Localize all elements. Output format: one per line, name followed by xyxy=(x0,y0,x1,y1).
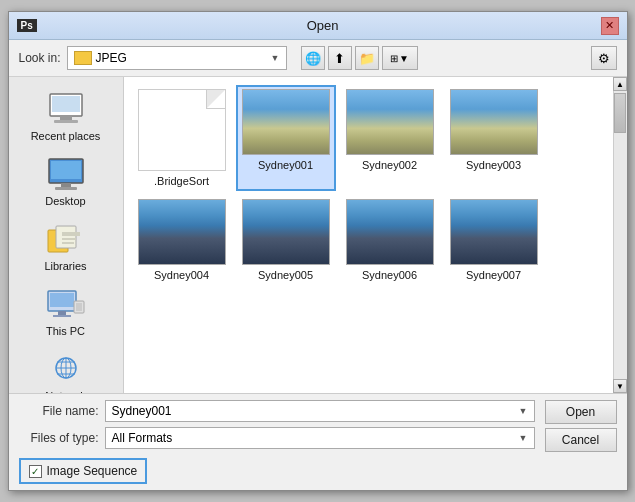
folder-icon xyxy=(74,51,92,65)
desktop-icon xyxy=(46,156,86,192)
file-name: Sydney003 xyxy=(466,159,521,171)
svg-rect-15 xyxy=(58,311,66,315)
lookin-label: Look in: xyxy=(19,51,61,65)
filetype-value: All Formats xyxy=(112,431,173,445)
file-thumbnail xyxy=(346,199,434,265)
dropdown-arrow-icon: ▼ xyxy=(399,53,409,64)
sidebar-item-libraries[interactable]: Libraries xyxy=(9,215,123,278)
filetype-input[interactable]: All Formats ▼ xyxy=(105,427,535,449)
file-name: .BridgeSort xyxy=(154,175,209,187)
list-item[interactable]: Sydney005 xyxy=(236,195,336,285)
form-buttons: Open Cancel xyxy=(545,400,617,452)
chevron-down-icon: ▼ xyxy=(271,53,280,63)
options-button[interactable]: ⚙ xyxy=(591,46,617,70)
cancel-button[interactable]: Cancel xyxy=(545,428,617,452)
list-item[interactable]: Sydney002 xyxy=(340,85,440,191)
sidebar-item-label: Desktop xyxy=(45,195,85,207)
file-name: Sydney005 xyxy=(258,269,313,281)
image-sequence-checkbox[interactable]: ✓ xyxy=(29,465,42,478)
sidebar: Recent places Desktop xyxy=(9,77,124,393)
file-thumbnail xyxy=(138,199,226,265)
scroll-track xyxy=(614,91,627,379)
ps-badge: Ps xyxy=(17,19,37,32)
filename-input[interactable]: Sydney001 ▼ xyxy=(105,400,535,422)
file-name: Sydney007 xyxy=(466,269,521,281)
forms: File name: Sydney001 ▼ Files of type: Al… xyxy=(19,400,535,454)
svg-rect-9 xyxy=(56,226,76,248)
recent-places-icon xyxy=(46,91,86,127)
file-name: Sydney004 xyxy=(154,269,209,281)
file-thumbnail xyxy=(138,89,226,171)
forms-and-buttons: File name: Sydney001 ▼ Files of type: Al… xyxy=(19,400,617,454)
open-button[interactable]: Open xyxy=(545,400,617,424)
file-area: .BridgeSort Sydney001 Sydney002 xyxy=(124,77,613,393)
dropdown-arrow-icon: ▼ xyxy=(519,406,528,416)
network-icon xyxy=(46,351,86,387)
filetype-row: Files of type: All Formats ▼ xyxy=(19,427,535,449)
svg-rect-14 xyxy=(50,293,74,307)
sidebar-item-recent-places[interactable]: Recent places xyxy=(9,85,123,148)
list-item[interactable]: Sydney007 xyxy=(444,195,544,285)
back-button[interactable]: 🌐 xyxy=(301,46,325,70)
view-button[interactable]: ⊞ ▼ xyxy=(382,46,418,70)
this-pc-icon xyxy=(46,286,86,322)
svg-rect-10 xyxy=(62,232,80,236)
file-name: Sydney001 xyxy=(258,159,313,171)
sidebar-item-this-pc[interactable]: This PC xyxy=(9,280,123,343)
svg-rect-6 xyxy=(61,183,71,187)
image-sequence-row[interactable]: ✓ Image Sequence xyxy=(19,458,148,484)
scroll-up-button[interactable]: ▲ xyxy=(613,77,627,91)
sidebar-item-network[interactable]: Network xyxy=(9,345,123,393)
dropdown-arrow-icon: ▼ xyxy=(519,433,528,443)
filename-value: Sydney001 xyxy=(112,404,172,418)
sidebar-item-label: This PC xyxy=(46,325,85,337)
lookin-dropdown[interactable]: JPEG ▼ xyxy=(67,46,287,70)
scroll-thumb[interactable] xyxy=(614,93,626,133)
close-button[interactable]: ✕ xyxy=(601,17,619,35)
lookin-value: JPEG xyxy=(96,51,267,65)
filetype-label: Files of type: xyxy=(19,431,99,445)
toolbar-buttons: 🌐 ⬆ 📁 ⊞ ▼ xyxy=(301,46,418,70)
file-name: Sydney002 xyxy=(362,159,417,171)
svg-rect-3 xyxy=(54,120,78,123)
file-thumbnail xyxy=(450,199,538,265)
file-name: Sydney006 xyxy=(362,269,417,281)
new-folder-button[interactable]: 📁 xyxy=(355,46,379,70)
sidebar-item-label: Libraries xyxy=(44,260,86,272)
file-thumbnail xyxy=(450,89,538,155)
svg-rect-18 xyxy=(76,303,82,311)
scroll-down-button[interactable]: ▼ xyxy=(613,379,627,393)
sidebar-item-desktop[interactable]: Desktop xyxy=(9,150,123,213)
title-bar: Ps Open ✕ xyxy=(9,12,627,40)
file-thumbnail xyxy=(242,199,330,265)
sidebar-item-label: Recent places xyxy=(31,130,101,142)
bottom-area: File name: Sydney001 ▼ Files of type: Al… xyxy=(9,393,627,490)
svg-rect-16 xyxy=(53,315,71,317)
main-area: Recent places Desktop xyxy=(9,77,627,393)
svg-rect-11 xyxy=(62,238,76,240)
up-button[interactable]: ⬆ xyxy=(328,46,352,70)
toolbar: Look in: JPEG ▼ 🌐 ⬆ 📁 ⊞ ▼ ⚙ xyxy=(9,40,627,77)
grid-icon: ⊞ xyxy=(390,53,398,64)
svg-rect-1 xyxy=(52,96,80,112)
open-dialog: Ps Open ✕ Look in: JPEG ▼ 🌐 ⬆ 📁 ⊞ ▼ ⚙ xyxy=(8,11,628,491)
libraries-icon xyxy=(46,221,86,257)
svg-rect-5 xyxy=(51,161,81,179)
file-thumbnail xyxy=(346,89,434,155)
filename-label: File name: xyxy=(19,404,99,418)
list-item[interactable]: Sydney003 xyxy=(444,85,544,191)
list-item[interactable]: .BridgeSort xyxy=(132,85,232,191)
svg-rect-2 xyxy=(60,116,72,120)
dialog-title: Open xyxy=(45,18,601,33)
svg-rect-12 xyxy=(62,242,74,244)
list-item[interactable]: Sydney004 xyxy=(132,195,232,285)
list-item[interactable]: Sydney006 xyxy=(340,195,440,285)
scrollbar[interactable]: ▲ ▼ xyxy=(613,77,627,393)
list-item[interactable]: Sydney001 xyxy=(236,85,336,191)
svg-rect-7 xyxy=(55,187,77,190)
image-sequence-label: Image Sequence xyxy=(47,464,138,478)
filename-row: File name: Sydney001 ▼ xyxy=(19,400,535,422)
file-thumbnail xyxy=(242,89,330,155)
